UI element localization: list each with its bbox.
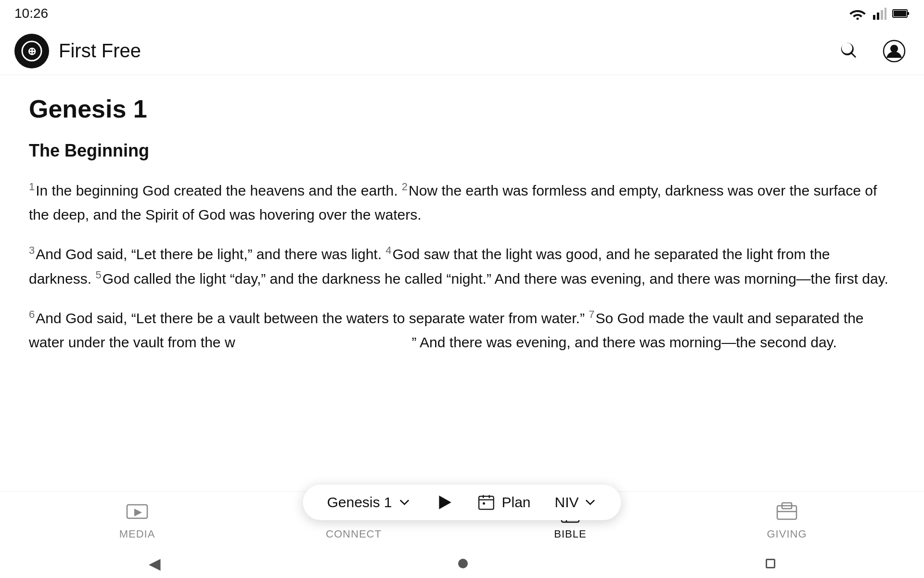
media-icon <box>126 501 149 524</box>
back-button[interactable]: ◀ <box>149 554 161 573</box>
version-chevron-down-icon <box>584 496 597 509</box>
battery-icon <box>892 9 910 18</box>
svg-rect-7 <box>894 11 906 16</box>
svg-rect-26 <box>777 506 796 519</box>
calendar-icon <box>478 494 495 511</box>
toolbar-version-label: NIV <box>555 494 579 511</box>
verse-num-5: 5 <box>95 269 101 281</box>
svg-rect-2 <box>877 13 879 20</box>
toolbar-version-selector[interactable]: NIV <box>555 494 597 511</box>
play-icon <box>436 493 454 512</box>
android-nav: ◀ <box>0 549 924 578</box>
app-logo-icon: ⊕ <box>21 40 42 62</box>
nav-label-connect: CONNECT <box>326 528 382 540</box>
svg-rect-17 <box>483 502 485 505</box>
svg-point-0 <box>857 18 859 20</box>
svg-point-11 <box>890 45 898 53</box>
app-bar-left: ⊕ First Free <box>14 34 141 68</box>
signal-icon <box>872 6 886 21</box>
app-bar-right <box>834 36 910 66</box>
svg-rect-1 <box>873 15 875 20</box>
nav-label-media: MEDIA <box>119 528 155 540</box>
svg-rect-13 <box>479 496 494 509</box>
verse-num-6: 6 <box>29 308 35 320</box>
nav-label-giving: GIVING <box>767 528 807 540</box>
svg-marker-19 <box>134 509 142 516</box>
giving-icon <box>775 501 798 524</box>
content-area: Genesis 1 The Beginning 1In the beginnin… <box>0 75 924 482</box>
section-title: The Beginning <box>29 141 895 161</box>
svg-rect-6 <box>907 12 909 15</box>
toolbar-chapter-label: Genesis 1 <box>327 494 392 511</box>
verse-num-4: 4 <box>385 244 391 256</box>
toolbar-plan-label: Plan <box>502 494 531 511</box>
profile-button[interactable] <box>879 36 910 66</box>
status-icons <box>849 6 910 21</box>
nav-item-giving[interactable]: GIVING <box>753 501 821 540</box>
nav-item-media[interactable]: MEDIA <box>103 501 171 540</box>
play-button[interactable] <box>436 493 454 512</box>
wifi-icon <box>849 7 866 20</box>
chapter-title: Genesis 1 <box>29 94 895 123</box>
nav-label-bible: BIBLE <box>554 528 586 540</box>
svg-rect-4 <box>885 8 886 20</box>
app-bar: ⊕ First Free <box>0 27 924 75</box>
bible-toolbar: Genesis 1 Plan NIV <box>303 485 621 520</box>
profile-icon <box>883 39 906 63</box>
status-bar: 10:26 <box>0 0 924 27</box>
svg-marker-12 <box>439 496 451 510</box>
bible-paragraph-3: 6And God said, “Let there be a vault bet… <box>29 306 895 354</box>
verse-num-2: 2 <box>402 181 408 193</box>
recents-button[interactable] <box>766 559 775 568</box>
app-logo: ⊕ <box>14 34 49 68</box>
verse-num-7: 7 <box>589 308 594 320</box>
toolbar-chapter-selector[interactable]: Genesis 1 <box>327 494 411 511</box>
verse-num-1: 1 <box>29 181 35 193</box>
bible-paragraph-2: 3And God said, “Let there be light,” and… <box>29 242 895 290</box>
status-time: 10:26 <box>14 6 48 21</box>
verse-num-3: 3 <box>29 244 35 256</box>
svg-text:⊕: ⊕ <box>27 45 36 57</box>
search-icon <box>837 39 860 63</box>
bible-paragraph-1: 1In the beginning God created the heaven… <box>29 178 895 226</box>
app-bar-title: First Free <box>59 40 141 62</box>
search-button[interactable] <box>834 36 864 66</box>
chevron-down-icon <box>398 496 411 509</box>
svg-rect-3 <box>881 10 883 20</box>
toolbar-plan-selector[interactable]: Plan <box>478 494 531 511</box>
home-button[interactable] <box>458 559 468 568</box>
